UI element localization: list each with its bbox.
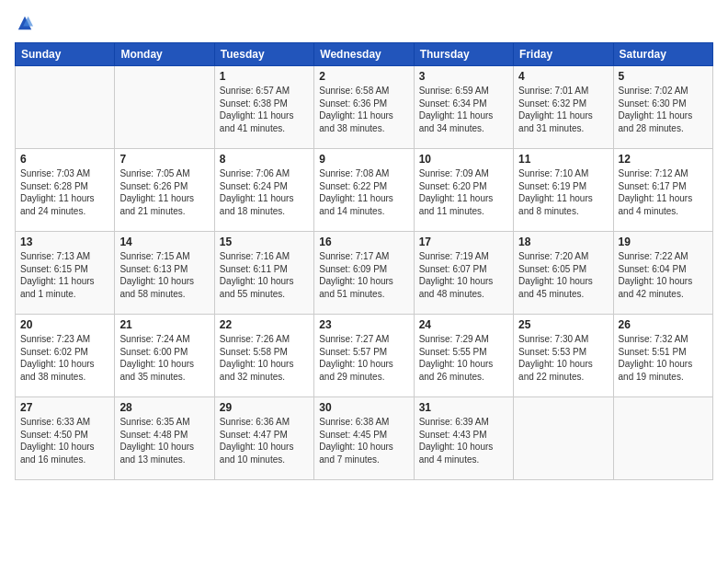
logo-icon <box>17 15 33 31</box>
week-row-3: 13Sunrise: 7:13 AM Sunset: 6:15 PM Dayli… <box>16 232 713 315</box>
calendar-cell: 21Sunrise: 7:24 AM Sunset: 6:00 PM Dayli… <box>115 315 214 397</box>
calendar-body: 1Sunrise: 6:57 AM Sunset: 6:38 PM Daylig… <box>16 66 713 480</box>
calendar-cell: 8Sunrise: 7:06 AM Sunset: 6:24 PM Daylig… <box>214 149 313 232</box>
day-info: Sunrise: 7:27 AM Sunset: 5:57 PM Dayligh… <box>319 333 408 383</box>
calendar-cell: 31Sunrise: 6:39 AM Sunset: 4:43 PM Dayli… <box>414 397 513 480</box>
day-info: Sunrise: 7:19 AM Sunset: 6:07 PM Dayligh… <box>419 250 508 300</box>
day-number: 24 <box>419 318 508 331</box>
day-number: 10 <box>419 153 508 166</box>
day-info: Sunrise: 7:22 AM Sunset: 6:04 PM Dayligh… <box>619 250 708 300</box>
calendar-cell: 28Sunrise: 6:35 AM Sunset: 4:48 PM Dayli… <box>115 397 214 480</box>
calendar-cell: 6Sunrise: 7:03 AM Sunset: 6:28 PM Daylig… <box>16 149 115 232</box>
day-header-friday: Friday <box>514 43 613 66</box>
day-number: 7 <box>119 153 209 166</box>
day-number: 23 <box>319 318 408 331</box>
day-number: 3 <box>419 70 508 83</box>
day-number: 21 <box>119 318 209 331</box>
day-header-tuesday: Tuesday <box>214 43 313 66</box>
calendar-cell <box>115 66 214 149</box>
day-info: Sunrise: 7:30 AM Sunset: 5:53 PM Dayligh… <box>518 333 608 383</box>
day-number: 15 <box>220 236 309 248</box>
calendar-cell: 11Sunrise: 7:10 AM Sunset: 6:19 PM Dayli… <box>514 149 613 232</box>
day-info: Sunrise: 6:59 AM Sunset: 6:34 PM Dayligh… <box>419 85 508 134</box>
calendar-cell: 24Sunrise: 7:29 AM Sunset: 5:55 PM Dayli… <box>414 315 513 397</box>
calendar-header-row: SundayMondayTuesdayWednesdayThursdayFrid… <box>16 43 713 66</box>
calendar-cell: 2Sunrise: 6:58 AM Sunset: 6:36 PM Daylig… <box>314 66 414 149</box>
day-number: 30 <box>319 401 408 414</box>
day-header-wednesday: Wednesday <box>314 43 414 66</box>
day-number: 26 <box>619 318 708 331</box>
day-info: Sunrise: 7:03 AM Sunset: 6:28 PM Dayligh… <box>20 167 109 217</box>
day-info: Sunrise: 7:12 AM Sunset: 6:17 PM Dayligh… <box>619 167 708 217</box>
calendar-cell: 5Sunrise: 7:02 AM Sunset: 6:30 PM Daylig… <box>613 66 712 149</box>
day-info: Sunrise: 7:06 AM Sunset: 6:24 PM Dayligh… <box>220 167 309 217</box>
calendar-cell: 29Sunrise: 6:36 AM Sunset: 4:47 PM Dayli… <box>214 397 313 480</box>
day-number: 27 <box>20 401 109 414</box>
calendar-cell: 1Sunrise: 6:57 AM Sunset: 6:38 PM Daylig… <box>214 66 313 149</box>
day-info: Sunrise: 7:02 AM Sunset: 6:30 PM Dayligh… <box>619 85 708 134</box>
day-info: Sunrise: 7:23 AM Sunset: 6:02 PM Dayligh… <box>20 333 109 383</box>
page-header <box>15 15 713 31</box>
calendar-cell: 3Sunrise: 6:59 AM Sunset: 6:34 PM Daylig… <box>414 66 513 149</box>
day-info: Sunrise: 7:05 AM Sunset: 6:26 PM Dayligh… <box>119 167 209 217</box>
day-info: Sunrise: 7:17 AM Sunset: 6:09 PM Dayligh… <box>319 250 408 300</box>
calendar-cell: 20Sunrise: 7:23 AM Sunset: 6:02 PM Dayli… <box>16 315 115 397</box>
calendar-cell: 19Sunrise: 7:22 AM Sunset: 6:04 PM Dayli… <box>613 232 712 315</box>
day-number: 17 <box>419 236 508 248</box>
calendar-cell: 18Sunrise: 7:20 AM Sunset: 6:05 PM Dayli… <box>514 232 613 315</box>
day-header-monday: Monday <box>115 43 214 66</box>
day-info: Sunrise: 7:32 AM Sunset: 5:51 PM Dayligh… <box>619 333 708 383</box>
calendar-cell: 10Sunrise: 7:09 AM Sunset: 6:20 PM Dayli… <box>414 149 513 232</box>
calendar-cell: 13Sunrise: 7:13 AM Sunset: 6:15 PM Dayli… <box>16 232 115 315</box>
day-number: 14 <box>119 236 209 248</box>
day-number: 6 <box>20 153 109 166</box>
calendar-cell: 23Sunrise: 7:27 AM Sunset: 5:57 PM Dayli… <box>314 315 414 397</box>
day-info: Sunrise: 7:10 AM Sunset: 6:19 PM Dayligh… <box>518 167 608 217</box>
day-number: 25 <box>518 318 608 331</box>
calendar-cell: 4Sunrise: 7:01 AM Sunset: 6:32 PM Daylig… <box>514 66 613 149</box>
week-row-2: 6Sunrise: 7:03 AM Sunset: 6:28 PM Daylig… <box>16 149 713 232</box>
calendar-cell: 17Sunrise: 7:19 AM Sunset: 6:07 PM Dayli… <box>414 232 513 315</box>
day-info: Sunrise: 6:36 AM Sunset: 4:47 PM Dayligh… <box>220 416 309 465</box>
day-info: Sunrise: 7:15 AM Sunset: 6:13 PM Dayligh… <box>119 250 209 300</box>
day-number: 4 <box>518 70 608 83</box>
day-number: 28 <box>119 401 209 414</box>
day-number: 22 <box>220 318 309 331</box>
day-number: 16 <box>319 236 408 248</box>
day-info: Sunrise: 7:13 AM Sunset: 6:15 PM Dayligh… <box>20 250 109 300</box>
logo <box>15 15 33 31</box>
day-info: Sunrise: 7:20 AM Sunset: 6:05 PM Dayligh… <box>518 250 608 300</box>
day-info: Sunrise: 6:39 AM Sunset: 4:43 PM Dayligh… <box>419 416 508 465</box>
day-header-sunday: Sunday <box>16 43 115 66</box>
calendar-cell: 30Sunrise: 6:38 AM Sunset: 4:45 PM Dayli… <box>314 397 414 480</box>
day-number: 11 <box>518 153 608 166</box>
calendar-cell: 26Sunrise: 7:32 AM Sunset: 5:51 PM Dayli… <box>613 315 712 397</box>
day-info: Sunrise: 7:26 AM Sunset: 5:58 PM Dayligh… <box>220 333 309 383</box>
day-number: 18 <box>518 236 608 248</box>
day-info: Sunrise: 7:01 AM Sunset: 6:32 PM Dayligh… <box>518 85 608 134</box>
day-number: 12 <box>619 153 708 166</box>
calendar-cell: 25Sunrise: 7:30 AM Sunset: 5:53 PM Dayli… <box>514 315 613 397</box>
day-info: Sunrise: 6:35 AM Sunset: 4:48 PM Dayligh… <box>119 416 209 465</box>
week-row-4: 20Sunrise: 7:23 AM Sunset: 6:02 PM Dayli… <box>16 315 713 397</box>
day-number: 1 <box>220 70 309 83</box>
calendar-cell: 7Sunrise: 7:05 AM Sunset: 6:26 PM Daylig… <box>115 149 214 232</box>
day-number: 29 <box>220 401 309 414</box>
day-number: 8 <box>220 153 309 166</box>
day-info: Sunrise: 6:57 AM Sunset: 6:38 PM Dayligh… <box>220 85 309 134</box>
calendar-cell: 9Sunrise: 7:08 AM Sunset: 6:22 PM Daylig… <box>314 149 414 232</box>
calendar-cell <box>16 66 115 149</box>
calendar-table: SundayMondayTuesdayWednesdayThursdayFrid… <box>15 42 713 480</box>
day-info: Sunrise: 7:09 AM Sunset: 6:20 PM Dayligh… <box>419 167 508 217</box>
day-number: 31 <box>419 401 508 414</box>
calendar-cell: 12Sunrise: 7:12 AM Sunset: 6:17 PM Dayli… <box>613 149 712 232</box>
day-info: Sunrise: 6:33 AM Sunset: 4:50 PM Dayligh… <box>20 416 109 465</box>
day-header-thursday: Thursday <box>414 43 513 66</box>
day-info: Sunrise: 7:16 AM Sunset: 6:11 PM Dayligh… <box>220 250 309 300</box>
calendar-cell: 16Sunrise: 7:17 AM Sunset: 6:09 PM Dayli… <box>314 232 414 315</box>
calendar-cell <box>514 397 613 480</box>
day-number: 19 <box>619 236 708 248</box>
day-number: 2 <box>319 70 408 83</box>
day-number: 13 <box>20 236 109 248</box>
day-info: Sunrise: 7:29 AM Sunset: 5:55 PM Dayligh… <box>419 333 508 383</box>
